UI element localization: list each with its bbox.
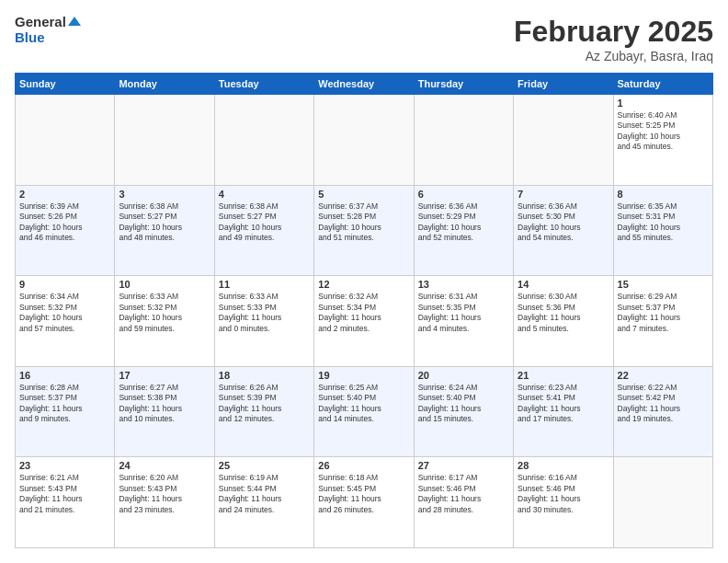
table-row xyxy=(514,95,613,186)
table-row: 27Sunrise: 6:17 AM Sunset: 5:46 PM Dayli… xyxy=(414,457,513,548)
table-row: 28Sunrise: 6:16 AM Sunset: 5:46 PM Dayli… xyxy=(514,457,613,548)
day-info: Sunrise: 6:20 AM Sunset: 5:43 PM Dayligh… xyxy=(119,473,210,515)
day-info: Sunrise: 6:34 AM Sunset: 5:32 PM Dayligh… xyxy=(19,292,110,334)
table-row xyxy=(414,95,513,186)
day-info: Sunrise: 6:27 AM Sunset: 5:38 PM Dayligh… xyxy=(119,383,210,425)
table-row: 11Sunrise: 6:33 AM Sunset: 5:33 PM Dayli… xyxy=(214,276,313,367)
col-wednesday: Wednesday xyxy=(314,74,414,95)
day-number: 1 xyxy=(618,98,709,109)
table-row: 10Sunrise: 6:33 AM Sunset: 5:32 PM Dayli… xyxy=(115,276,214,367)
table-row xyxy=(314,95,414,186)
table-row: 21Sunrise: 6:23 AM Sunset: 5:41 PM Dayli… xyxy=(514,366,613,457)
table-row: 18Sunrise: 6:26 AM Sunset: 5:39 PM Dayli… xyxy=(214,366,313,457)
day-number: 27 xyxy=(418,460,509,471)
day-info: Sunrise: 6:16 AM Sunset: 5:46 PM Dayligh… xyxy=(518,473,609,515)
day-info: Sunrise: 6:36 AM Sunset: 5:29 PM Dayligh… xyxy=(418,201,509,244)
table-row: 3Sunrise: 6:38 AM Sunset: 5:27 PM Daylig… xyxy=(115,185,214,276)
table-row: 4Sunrise: 6:38 AM Sunset: 5:27 PM Daylig… xyxy=(214,185,313,276)
day-number: 3 xyxy=(119,189,210,200)
day-number: 18 xyxy=(219,370,310,381)
day-number: 21 xyxy=(518,370,609,381)
calendar-week-row: 9Sunrise: 6:34 AM Sunset: 5:32 PM Daylig… xyxy=(16,276,713,367)
day-number: 26 xyxy=(318,460,409,471)
day-info: Sunrise: 6:22 AM Sunset: 5:42 PM Dayligh… xyxy=(618,383,709,425)
title-block: February 2025 Az Zubayr, Basra, Iraq xyxy=(514,15,713,63)
day-number: 17 xyxy=(119,370,210,381)
table-row: 24Sunrise: 6:20 AM Sunset: 5:43 PM Dayli… xyxy=(115,457,214,548)
day-number: 11 xyxy=(219,279,310,290)
day-number: 22 xyxy=(618,370,709,381)
table-row: 16Sunrise: 6:28 AM Sunset: 5:37 PM Dayli… xyxy=(16,366,115,457)
day-info: Sunrise: 6:26 AM Sunset: 5:39 PM Dayligh… xyxy=(219,383,310,425)
table-row: 20Sunrise: 6:24 AM Sunset: 5:40 PM Dayli… xyxy=(414,366,513,457)
table-row: 25Sunrise: 6:19 AM Sunset: 5:44 PM Dayli… xyxy=(214,457,313,548)
day-number: 10 xyxy=(119,279,210,290)
day-info: Sunrise: 6:38 AM Sunset: 5:27 PM Dayligh… xyxy=(119,201,210,244)
day-info: Sunrise: 6:25 AM Sunset: 5:40 PM Dayligh… xyxy=(318,383,409,425)
day-number: 25 xyxy=(219,460,310,471)
table-row: 19Sunrise: 6:25 AM Sunset: 5:40 PM Dayli… xyxy=(314,366,414,457)
table-row: 13Sunrise: 6:31 AM Sunset: 5:35 PM Dayli… xyxy=(414,276,513,367)
day-info: Sunrise: 6:21 AM Sunset: 5:43 PM Dayligh… xyxy=(19,473,110,515)
day-number: 9 xyxy=(19,279,110,290)
day-info: Sunrise: 6:33 AM Sunset: 5:33 PM Dayligh… xyxy=(219,292,310,334)
calendar-header-row: Sunday Monday Tuesday Wednesday Thursday… xyxy=(16,74,713,95)
header: General Blue February 2025 Az Zubayr, Ba… xyxy=(15,15,713,63)
col-tuesday: Tuesday xyxy=(214,74,313,95)
month-title: February 2025 xyxy=(514,15,713,49)
logo: General Blue xyxy=(15,15,81,45)
day-info: Sunrise: 6:39 AM Sunset: 5:26 PM Dayligh… xyxy=(19,201,110,244)
day-info: Sunrise: 6:30 AM Sunset: 5:36 PM Dayligh… xyxy=(518,292,609,334)
day-number: 2 xyxy=(19,189,110,200)
day-info: Sunrise: 6:38 AM Sunset: 5:27 PM Dayligh… xyxy=(219,201,310,244)
table-row: 2Sunrise: 6:39 AM Sunset: 5:26 PM Daylig… xyxy=(16,185,115,276)
day-info: Sunrise: 6:37 AM Sunset: 5:28 PM Dayligh… xyxy=(318,201,409,244)
table-row: 5Sunrise: 6:37 AM Sunset: 5:28 PM Daylig… xyxy=(314,185,414,276)
day-info: Sunrise: 6:32 AM Sunset: 5:34 PM Dayligh… xyxy=(318,292,409,334)
calendar-week-row: 1Sunrise: 6:40 AM Sunset: 5:25 PM Daylig… xyxy=(16,95,713,186)
day-info: Sunrise: 6:33 AM Sunset: 5:32 PM Dayligh… xyxy=(119,292,210,334)
table-row xyxy=(16,95,115,186)
col-friday: Friday xyxy=(514,74,613,95)
table-row: 6Sunrise: 6:36 AM Sunset: 5:29 PM Daylig… xyxy=(414,185,513,276)
day-number: 23 xyxy=(19,460,110,471)
day-info: Sunrise: 6:29 AM Sunset: 5:37 PM Dayligh… xyxy=(618,292,709,334)
day-number: 6 xyxy=(418,189,509,200)
table-row: 15Sunrise: 6:29 AM Sunset: 5:37 PM Dayli… xyxy=(613,276,712,367)
table-row: 9Sunrise: 6:34 AM Sunset: 5:32 PM Daylig… xyxy=(16,276,115,367)
table-row: 1Sunrise: 6:40 AM Sunset: 5:25 PM Daylig… xyxy=(613,95,712,186)
page: General Blue February 2025 Az Zubayr, Ba… xyxy=(0,0,728,563)
table-row: 7Sunrise: 6:36 AM Sunset: 5:30 PM Daylig… xyxy=(514,185,613,276)
calendar-week-row: 23Sunrise: 6:21 AM Sunset: 5:43 PM Dayli… xyxy=(16,457,713,548)
day-number: 4 xyxy=(219,189,310,200)
table-row xyxy=(613,457,712,548)
day-number: 8 xyxy=(618,189,709,200)
table-row: 8Sunrise: 6:35 AM Sunset: 5:31 PM Daylig… xyxy=(613,185,712,276)
calendar-week-row: 2Sunrise: 6:39 AM Sunset: 5:26 PM Daylig… xyxy=(16,185,713,276)
day-number: 24 xyxy=(119,460,210,471)
day-info: Sunrise: 6:35 AM Sunset: 5:31 PM Dayligh… xyxy=(618,201,709,244)
day-info: Sunrise: 6:40 AM Sunset: 5:25 PM Dayligh… xyxy=(618,110,709,153)
day-info: Sunrise: 6:18 AM Sunset: 5:45 PM Dayligh… xyxy=(318,473,409,515)
day-number: 16 xyxy=(19,370,110,381)
table-row: 17Sunrise: 6:27 AM Sunset: 5:38 PM Dayli… xyxy=(115,366,214,457)
day-info: Sunrise: 6:17 AM Sunset: 5:46 PM Dayligh… xyxy=(418,473,509,515)
day-info: Sunrise: 6:28 AM Sunset: 5:37 PM Dayligh… xyxy=(19,383,110,425)
col-saturday: Saturday xyxy=(613,74,712,95)
day-number: 14 xyxy=(518,279,609,290)
day-number: 15 xyxy=(618,279,709,290)
calendar-table: Sunday Monday Tuesday Wednesday Thursday… xyxy=(15,73,713,548)
day-number: 28 xyxy=(518,460,609,471)
location: Az Zubayr, Basra, Iraq xyxy=(514,49,713,63)
day-number: 5 xyxy=(318,189,409,200)
col-sunday: Sunday xyxy=(16,74,115,95)
day-info: Sunrise: 6:23 AM Sunset: 5:41 PM Dayligh… xyxy=(518,383,609,425)
day-info: Sunrise: 6:31 AM Sunset: 5:35 PM Dayligh… xyxy=(418,292,509,334)
calendar-week-row: 16Sunrise: 6:28 AM Sunset: 5:37 PM Dayli… xyxy=(16,366,713,457)
day-number: 20 xyxy=(418,370,509,381)
col-thursday: Thursday xyxy=(414,74,513,95)
table-row xyxy=(214,95,313,186)
table-row: 12Sunrise: 6:32 AM Sunset: 5:34 PM Dayli… xyxy=(314,276,414,367)
table-row xyxy=(115,95,214,186)
day-number: 19 xyxy=(318,370,409,381)
